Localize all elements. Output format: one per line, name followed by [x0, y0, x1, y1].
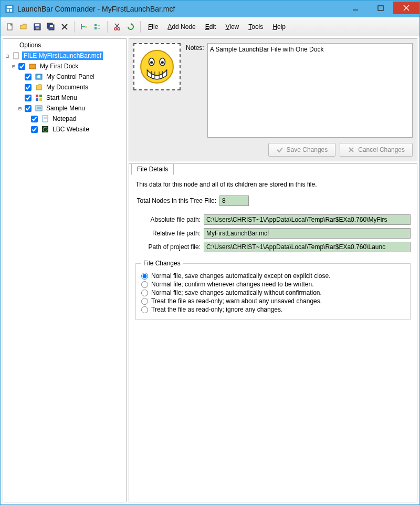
right-panel: Notes: Save Changes Cancel Changes	[129, 38, 417, 502]
svg-point-33	[37, 75, 40, 78]
radio-option[interactable]: Treat the file as read-only; ignore any …	[141, 306, 405, 313]
tree-item[interactable]: My Documents	[4, 82, 125, 92]
node-checkbox[interactable]	[25, 84, 32, 91]
absolute-path-label: Absolute file path:	[135, 216, 204, 223]
website-icon	[41, 125, 49, 133]
content-area: Options ⊟ FILE MyFirstLaunchBar.mcf ⊟ My…	[1, 36, 419, 504]
new-file-icon[interactable]	[4, 20, 16, 33]
svg-rect-36	[36, 98, 38, 101]
svg-rect-15	[50, 25, 53, 27]
project-path-label: Path of project file:	[135, 243, 204, 251]
tab-file-details[interactable]: File Details	[131, 163, 174, 175]
svg-rect-21	[94, 24, 97, 26]
file-changes-legend: File Changes	[141, 260, 183, 267]
tree-item[interactable]: My Control Panel	[4, 71, 125, 82]
radio-option[interactable]: Treat the file as read-only; warn about …	[141, 297, 405, 305]
app-icon	[5, 4, 14, 14]
collapse-icon[interactable]: ⊟	[17, 106, 23, 111]
window-title: LaunchBar Commander - MyFirstLaunchBar.m…	[17, 5, 343, 13]
notes-panel: Notes: Save Changes Cancel Changes	[129, 38, 417, 161]
svg-rect-30	[14, 53, 18, 59]
cut-icon[interactable]	[111, 20, 123, 33]
notepad-icon	[41, 115, 49, 123]
delete-icon[interactable]	[58, 20, 71, 33]
toolbar-separator	[140, 21, 141, 33]
svg-rect-12	[36, 27, 39, 29]
add-child-icon[interactable]	[78, 20, 90, 33]
menu-help[interactable]: Help	[268, 21, 290, 33]
node-checkbox[interactable]	[18, 63, 25, 70]
notes-label: Notes:	[186, 43, 204, 138]
svg-rect-20	[85, 26, 87, 28]
check-icon	[276, 146, 284, 153]
svg-point-25	[114, 27, 117, 29]
node-icon-preview[interactable]	[133, 43, 181, 90]
relative-path-label: Relative file path:	[135, 230, 204, 237]
refresh-icon[interactable]	[124, 20, 137, 33]
svg-rect-2	[7, 9, 9, 12]
add-sibling-icon[interactable]	[91, 20, 104, 33]
svg-rect-34	[36, 95, 38, 97]
tree-header: Options	[4, 40, 125, 50]
save-icon[interactable]	[31, 20, 44, 33]
menu-view[interactable]: View	[221, 21, 243, 33]
svg-point-50	[161, 61, 164, 64]
tree-item[interactable]: ⊟ My First Dock	[4, 61, 125, 71]
radio-option[interactable]: Normal file, save changes automatically …	[141, 272, 405, 280]
menu-edit[interactable]: Edit	[201, 21, 220, 33]
documents-icon	[35, 83, 43, 91]
node-checkbox[interactable]	[25, 74, 32, 80]
svg-rect-35	[39, 95, 42, 97]
node-checkbox[interactable]	[31, 126, 38, 133]
toolbar-separator	[107, 21, 108, 33]
node-checkbox[interactable]	[31, 116, 38, 122]
project-path-field	[204, 242, 411, 252]
menu-add-node[interactable]: Add Node	[163, 21, 200, 33]
menu-icon	[35, 104, 43, 112]
menu-file[interactable]: File	[144, 21, 162, 33]
absolute-path-field	[204, 214, 411, 225]
cancel-changes-button[interactable]: Cancel Changes	[340, 143, 413, 157]
maximize-button[interactable]	[368, 2, 393, 14]
radio-option[interactable]: Normal file; save changes automatically …	[141, 289, 405, 296]
node-checkbox[interactable]	[25, 95, 32, 101]
tree-panel: Options ⊟ FILE MyFirstLaunchBar.mcf ⊟ My…	[3, 38, 127, 502]
tree-item[interactable]: ⊟ Sample Menu	[4, 103, 125, 114]
toolbar: File Add Node Edit View Tools Help	[1, 17, 419, 36]
open-folder-icon[interactable]	[17, 20, 30, 33]
minimize-button[interactable]	[343, 2, 368, 14]
svg-rect-37	[39, 98, 42, 101]
window-controls	[343, 4, 419, 14]
app-window: LaunchBar Commander - MyFirstLaunchBar.m…	[0, 0, 420, 505]
svg-marker-29	[131, 23, 132, 26]
tree-item[interactable]: LBC Website	[4, 124, 125, 135]
node-tree[interactable]: Options ⊟ FILE MyFirstLaunchBar.mcf ⊟ My…	[4, 40, 125, 135]
svg-rect-11	[35, 24, 39, 26]
save-changes-button[interactable]: Save Changes	[268, 143, 336, 157]
svg-line-27	[116, 24, 119, 28]
details-description: This data for this node and all of its c…	[135, 181, 411, 188]
close-button[interactable]	[393, 2, 419, 14]
titlebar: LaunchBar Commander - MyFirstLaunchBar.m…	[1, 1, 419, 17]
relative-path-field	[204, 228, 411, 239]
file-changes-group: File Changes Normal file, save changes a…	[135, 260, 411, 320]
save-all-icon[interactable]	[45, 20, 57, 33]
menu-tools[interactable]: Tools	[244, 21, 267, 33]
svg-rect-38	[36, 106, 42, 111]
tree-item[interactable]: Start Menu	[4, 92, 125, 103]
details-panel: File Details This data for this node and…	[129, 163, 417, 502]
notes-textarea[interactable]	[207, 43, 413, 138]
collapse-icon[interactable]: ⊟	[10, 64, 17, 69]
control-panel-icon	[35, 73, 43, 81]
collapse-icon[interactable]: ⊟	[4, 53, 10, 59]
total-nodes-label: Total Nodes in this Tree File:	[135, 197, 219, 204]
total-nodes-field	[219, 195, 249, 206]
toolbar-separator	[74, 21, 75, 33]
tree-item[interactable]: Notepad	[4, 114, 125, 124]
radio-option[interactable]: Normal file; confirm whenever changes ne…	[141, 281, 405, 288]
svg-rect-22	[94, 27, 97, 29]
svg-line-28	[115, 24, 119, 28]
node-checkbox[interactable]	[25, 105, 32, 112]
file-icon	[12, 51, 20, 60]
tree-file-node[interactable]: ⊟ FILE MyFirstLaunchBar.mcf	[4, 50, 125, 61]
